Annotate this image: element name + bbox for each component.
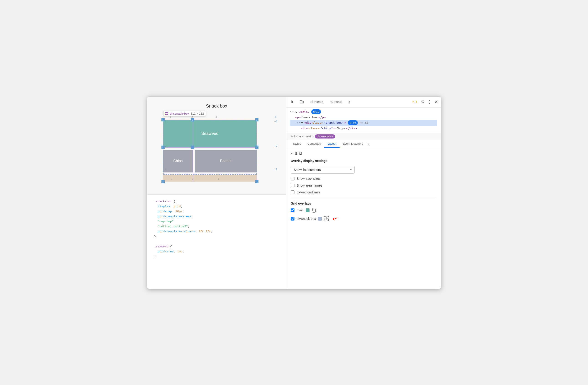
tree-line-snack-box[interactable]: ··· ▼ <div class= "snack-box" > grid == … bbox=[290, 120, 437, 126]
main-overlay-color[interactable] bbox=[306, 209, 310, 212]
show-line-numbers-dropdown[interactable]: Show line numbers ▾ bbox=[291, 166, 355, 173]
divider bbox=[291, 198, 436, 198]
code-line-4: grid-template-areas: bbox=[154, 214, 279, 219]
preview-area: Snack box div.snack-box 312 × 182 1 2 3 bbox=[147, 97, 286, 194]
overlay-settings-title: Overlay display settings bbox=[291, 159, 436, 163]
code-line-3: grid-gap: 10px; bbox=[154, 209, 279, 214]
tab-styles[interactable]: Styles bbox=[290, 140, 304, 148]
corner-bl: 3 bbox=[162, 180, 165, 183]
svg-rect-1 bbox=[302, 101, 304, 103]
grid-line-v1 bbox=[193, 120, 193, 182]
tab-more[interactable]: » bbox=[366, 140, 371, 148]
show-area-names-label: Show area names bbox=[297, 184, 322, 187]
snack-box-grid-badge: grid bbox=[348, 120, 358, 125]
right-panel: Elements Console » ⚠ 1 ⚙ ⋮ ✕ ··· ▶ <main… bbox=[286, 97, 441, 289]
show-track-sizes-label: Show track sizes bbox=[297, 177, 321, 180]
code-line-2: display: grid; bbox=[154, 204, 279, 209]
more-options-button[interactable]: ⋮ bbox=[427, 99, 432, 104]
main-overlay-row: main bbox=[291, 208, 436, 213]
code-area: .snack-box { display: grid; grid-gap: 10… bbox=[147, 194, 286, 289]
snack-box-overlay-color[interactable] bbox=[318, 217, 322, 220]
bottom-area bbox=[163, 175, 257, 182]
preview-title: Snack box bbox=[156, 104, 277, 109]
close-button[interactable]: ✕ bbox=[434, 99, 438, 105]
show-area-names-row: Show area names bbox=[291, 184, 436, 187]
tab-event-listeners[interactable]: Event Listeners bbox=[339, 140, 366, 148]
tabs-row: Styles Computed Layout Event Listeners » bbox=[286, 140, 441, 148]
tree-line-main[interactable]: ··· ▶ <main> grid bbox=[290, 109, 437, 115]
tooltip-class: div.snack-box bbox=[170, 112, 189, 115]
corner-ml: 2 bbox=[162, 146, 165, 149]
code-line-1: .snack-box { bbox=[154, 199, 279, 204]
grid-section-arrow: ▼ bbox=[291, 152, 293, 155]
corner-tm: 2 bbox=[191, 118, 194, 121]
left-panel: Snack box div.snack-box 312 × 182 1 2 3 bbox=[147, 97, 286, 289]
warning-indicator: ⚠ 1 bbox=[412, 100, 417, 104]
svg-rect-0 bbox=[300, 101, 302, 103]
tree-arrow-snack-box[interactable]: ▼ bbox=[301, 120, 303, 125]
seaweed-cell: Seaweed bbox=[163, 120, 257, 147]
show-track-sizes-checkbox[interactable] bbox=[291, 177, 294, 180]
code-line-5: "top top" bbox=[154, 219, 279, 224]
grid-line-h1 bbox=[163, 147, 257, 148]
element-tooltip: div.snack-box 312 × 182 bbox=[163, 111, 206, 116]
extend-grid-lines-checkbox[interactable] bbox=[291, 191, 294, 194]
inspect-button[interactable] bbox=[289, 98, 296, 106]
more-tabs-button[interactable]: » bbox=[347, 99, 352, 104]
main-overlay-checkbox[interactable] bbox=[291, 209, 294, 212]
tree-line-chips[interactable]: <div class= "chips" > Chips </div> bbox=[290, 126, 437, 131]
neg-line-top: −1 bbox=[273, 115, 276, 118]
bc-html[interactable]: html bbox=[290, 135, 295, 138]
grid-icon bbox=[165, 112, 168, 115]
code-line-6: "bottom1 bottom2"; bbox=[154, 224, 279, 229]
extend-grid-lines-label: Extend grid lines bbox=[297, 191, 320, 194]
tree-arrow-main[interactable]: ▶ bbox=[295, 109, 297, 115]
browser-window: Snack box div.snack-box 312 × 182 1 2 3 bbox=[147, 96, 441, 289]
dropdown-arrow-icon: ▾ bbox=[350, 168, 352, 171]
code-line-9 bbox=[154, 239, 279, 244]
neg-line-right: −3 −2 −1 bbox=[274, 120, 277, 171]
snack-box-overlay-checkbox[interactable] bbox=[291, 217, 294, 220]
settings-button[interactable]: ⚙ bbox=[421, 99, 425, 104]
main-overlay-grid-icon[interactable] bbox=[312, 208, 316, 213]
code-line-11: grid-area: top; bbox=[154, 249, 279, 254]
snack-box-overlay-grid-icon[interactable] bbox=[324, 216, 329, 221]
bc-active[interactable]: div.snack-box bbox=[315, 134, 335, 139]
dropdown-label: Show line numbers bbox=[294, 168, 321, 171]
snack-box-overlay-row: div.snack-box ↙ bbox=[291, 215, 436, 222]
console-tab[interactable]: Console bbox=[328, 99, 345, 105]
corner-mm bbox=[191, 146, 194, 149]
corner-br: -1 bbox=[255, 180, 258, 183]
code-line-10: .seaweed { bbox=[154, 244, 279, 249]
bc-main[interactable]: main bbox=[306, 135, 312, 138]
device-toggle-button[interactable] bbox=[298, 98, 305, 106]
show-area-names-checkbox[interactable] bbox=[291, 184, 294, 187]
peanut-cell: Peanut bbox=[195, 150, 257, 172]
grid-overlays-title: Grid overlays bbox=[291, 202, 436, 205]
breadcrumb: html › body › main › div.snack-box bbox=[286, 133, 441, 140]
grid-visual-wrapper: 1 2 3 −1 1 2 3 −3 −2 bbox=[156, 120, 277, 175]
main-content: Snack box div.snack-box 312 × 182 1 2 3 bbox=[147, 97, 441, 289]
grid-section-header[interactable]: ▼ Grid bbox=[291, 151, 436, 155]
main-grid-badge: grid bbox=[311, 109, 321, 114]
main-overlay-label: main bbox=[297, 209, 304, 212]
tab-layout[interactable]: Layout bbox=[324, 140, 339, 148]
red-arrow-annotation: ↙ bbox=[332, 214, 339, 223]
tab-computed[interactable]: Computed bbox=[304, 140, 324, 148]
grid-container: Seaweed Chips Peanut bbox=[163, 120, 257, 175]
html-tree: ··· ▶ <main> grid <p> Snack box </p> ···… bbox=[286, 107, 441, 133]
corner-tr: 3 bbox=[255, 118, 258, 121]
snack-box-overlay-label: div.snack-box bbox=[297, 217, 316, 220]
tree-line-p[interactable]: <p> Snack box </p> bbox=[290, 115, 437, 120]
elements-tab[interactable]: Elements bbox=[307, 99, 326, 105]
corner-tl: 1 bbox=[162, 118, 165, 121]
corner-mr: -2 bbox=[255, 146, 258, 149]
warning-count: 1 bbox=[416, 100, 417, 104]
layout-panel: ▼ Grid Overlay display settings Show lin… bbox=[286, 148, 441, 288]
bc-body[interactable]: body bbox=[298, 135, 304, 138]
code-line-7: grid-template-columns: 1fr 2fr; bbox=[154, 229, 279, 234]
extend-grid-lines-row: Extend grid lines bbox=[291, 191, 436, 194]
grid-section-label: Grid bbox=[295, 151, 302, 155]
chips-cell: Chips bbox=[163, 150, 193, 172]
warning-icon: ⚠ bbox=[412, 100, 415, 104]
